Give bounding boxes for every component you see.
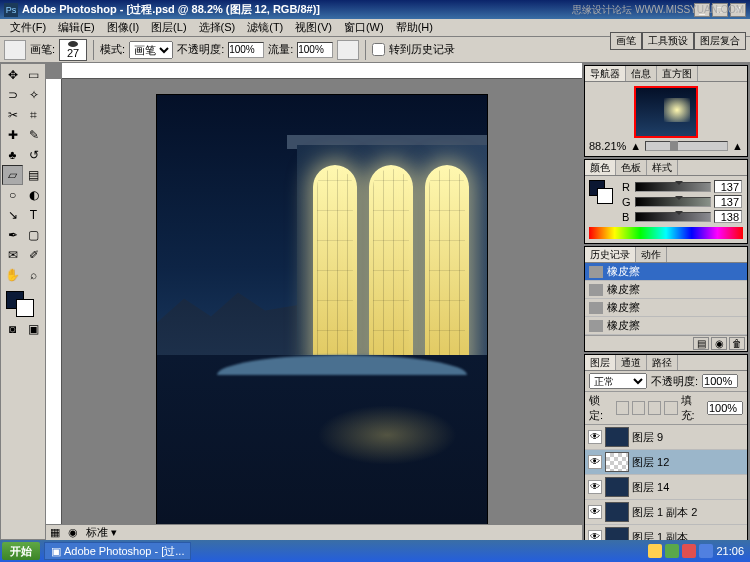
tab-brushes[interactable]: 画笔	[610, 32, 642, 50]
tab-tool-presets[interactable]: 工具预设	[642, 32, 694, 50]
history-item[interactable]: 橡皮擦	[585, 299, 747, 317]
layers-panel: 图层 通道 路径 正常 不透明度: 锁定: 填充: 👁图层 9👁图层 12👁图层…	[584, 354, 748, 562]
tab-color[interactable]: 颜色	[585, 160, 616, 175]
layer-row[interactable]: 👁图层 9	[585, 425, 747, 450]
tool-eyedrop[interactable]: ✐	[23, 245, 44, 265]
screenmode-icon[interactable]: ▣	[23, 319, 44, 339]
tray-icon[interactable]	[665, 544, 679, 558]
opacity-input[interactable]	[228, 42, 264, 58]
status-zoom[interactable]: 标准 ▾	[86, 525, 117, 540]
r-value[interactable]: 137	[714, 180, 742, 193]
tab-styles[interactable]: 样式	[647, 160, 678, 175]
tool-zoom[interactable]: ⌕	[23, 265, 44, 285]
menu-layer[interactable]: 图层(L)	[145, 20, 192, 35]
lock-all-icon[interactable]	[664, 401, 677, 415]
ruler-horizontal[interactable]	[62, 63, 582, 79]
tool-hand[interactable]: ✋	[2, 265, 23, 285]
layer-row[interactable]: 👁图层 1 副本 2	[585, 500, 747, 525]
tab-histogram[interactable]: 直方图	[657, 66, 698, 81]
tab-history[interactable]: 历史记录	[585, 247, 636, 262]
history-delete-icon[interactable]: 🗑	[729, 337, 745, 350]
tool-path[interactable]: ↘	[2, 205, 23, 225]
tool-move[interactable]: ✥	[2, 65, 23, 85]
history-item[interactable]: 橡皮擦	[585, 281, 747, 299]
tab-swatches[interactable]: 色板	[616, 160, 647, 175]
g-value[interactable]: 137	[714, 195, 742, 208]
lock-pixel-icon[interactable]	[632, 401, 645, 415]
layer-row[interactable]: 👁图层 12	[585, 450, 747, 475]
visibility-icon[interactable]: 👁	[588, 455, 602, 469]
zoom-in-icon[interactable]: ▲	[732, 140, 743, 152]
color-swatch-pair[interactable]	[589, 180, 615, 206]
tool-stamp[interactable]: ♣	[2, 145, 23, 165]
menu-view[interactable]: 视图(V)	[289, 20, 338, 35]
menu-edit[interactable]: 编辑(E)	[52, 20, 101, 35]
quickmask-icon[interactable]: ◙	[2, 319, 23, 339]
tray-icon[interactable]	[648, 544, 662, 558]
history-checkbox[interactable]	[372, 43, 385, 56]
tool-history-brush[interactable]: ↺	[23, 145, 44, 165]
tool-pen[interactable]: ✒	[2, 225, 23, 245]
menu-image[interactable]: 图像(I)	[101, 20, 145, 35]
tool-blur[interactable]: ○	[2, 185, 23, 205]
visibility-icon[interactable]: 👁	[588, 430, 602, 444]
tool-gradient[interactable]: ▤	[23, 165, 44, 185]
tab-paths[interactable]: 路径	[647, 355, 678, 370]
color-swatches[interactable]	[2, 289, 44, 319]
blend-mode-select[interactable]: 正常	[589, 373, 647, 389]
tool-lasso[interactable]: ⊃	[2, 85, 23, 105]
zoom-out-icon[interactable]: ▲	[630, 140, 641, 152]
layer-opacity-input[interactable]	[702, 374, 738, 388]
menu-filter[interactable]: 滤镜(T)	[241, 20, 289, 35]
tab-info[interactable]: 信息	[626, 66, 657, 81]
menu-help[interactable]: 帮助(H)	[390, 20, 439, 35]
ruler-vertical[interactable]	[46, 79, 62, 540]
tool-eraser[interactable]: ▱	[2, 165, 23, 185]
history-item[interactable]: 橡皮擦	[585, 263, 747, 281]
tool-heal[interactable]: ✚	[2, 125, 23, 145]
current-tool-icon[interactable]	[4, 40, 26, 60]
history-snapshot-icon[interactable]: ◉	[711, 337, 727, 350]
tool-notes[interactable]: ✉	[2, 245, 23, 265]
menu-window[interactable]: 窗口(W)	[338, 20, 390, 35]
tab-actions[interactable]: 动作	[636, 247, 667, 262]
taskbar-item[interactable]: ▣Adobe Photoshop - [过...	[44, 542, 191, 560]
tool-crop[interactable]: ✂	[2, 105, 23, 125]
tool-brush[interactable]: ✎	[23, 125, 44, 145]
navigator-thumb[interactable]	[634, 86, 698, 138]
tool-slice[interactable]: ⌗	[23, 105, 44, 125]
start-button[interactable]: 开始	[2, 542, 40, 560]
canvas[interactable]	[157, 95, 487, 525]
b-value[interactable]: 138	[714, 210, 742, 223]
visibility-icon[interactable]: 👁	[588, 505, 602, 519]
tab-layers[interactable]: 图层	[585, 355, 616, 370]
visibility-icon[interactable]: 👁	[588, 480, 602, 494]
g-slider[interactable]	[635, 197, 711, 207]
tab-layer-comps[interactable]: 图层复合	[694, 32, 746, 50]
lock-pos-icon[interactable]	[648, 401, 661, 415]
tray-icon[interactable]	[682, 544, 696, 558]
tool-wand[interactable]: ✧	[23, 85, 44, 105]
mode-select[interactable]: 画笔	[129, 41, 173, 59]
layer-fill-input[interactable]	[707, 401, 743, 415]
brush-preview[interactable]: 27	[59, 39, 87, 61]
flow-input[interactable]	[297, 42, 333, 58]
tab-navigator[interactable]: 导航器	[585, 66, 626, 81]
airbrush-icon[interactable]	[337, 40, 359, 60]
r-slider[interactable]	[635, 182, 711, 192]
lock-trans-icon[interactable]	[616, 401, 629, 415]
spectrum-bar[interactable]	[589, 227, 743, 239]
history-item[interactable]: 橡皮擦	[585, 317, 747, 335]
tool-marquee[interactable]: ▭	[23, 65, 44, 85]
menu-select[interactable]: 选择(S)	[193, 20, 242, 35]
zoom-slider[interactable]	[645, 141, 728, 151]
layer-row[interactable]: 👁图层 14	[585, 475, 747, 500]
tray-icon[interactable]	[699, 544, 713, 558]
b-slider[interactable]	[635, 212, 711, 222]
tool-shape[interactable]: ▢	[23, 225, 44, 245]
history-new-icon[interactable]: ▤	[693, 337, 709, 350]
tab-channels[interactable]: 通道	[616, 355, 647, 370]
tool-type[interactable]: T	[23, 205, 44, 225]
menu-file[interactable]: 文件(F)	[4, 20, 52, 35]
tool-dodge[interactable]: ◐	[23, 185, 44, 205]
